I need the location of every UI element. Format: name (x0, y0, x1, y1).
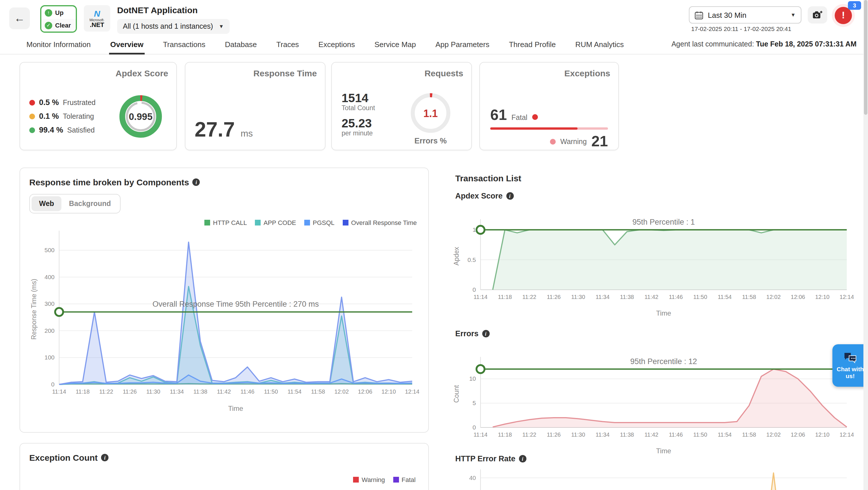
toggle-web[interactable]: Web (32, 196, 61, 211)
info-icon[interactable]: i (506, 192, 514, 200)
svg-text:0.5: 0.5 (468, 257, 476, 263)
exceptions-card-title: Exceptions (488, 68, 610, 78)
time-range-detail: 17-02-2025 20:11 - 17-02-2025 20:41 (691, 25, 792, 32)
svg-text:12:06: 12:06 (791, 431, 805, 438)
exception-count-legend: WarningFatal (29, 476, 415, 483)
svg-text:11:14: 11:14 (474, 294, 488, 300)
svg-text:11:22: 11:22 (99, 388, 113, 395)
agent-last-communicated: Agent last communicated: Tue Feb 18, 202… (671, 40, 857, 48)
tab-rum-analytics[interactable]: RUM Analytics (574, 35, 625, 54)
legend-item-http-call[interactable]: HTTP CALL (205, 219, 247, 226)
svg-text:11:30: 11:30 (571, 431, 585, 438)
response-time-unit: ms (241, 129, 253, 138)
camera-plus-icon (812, 10, 823, 20)
toggle-background[interactable]: Background (61, 196, 118, 211)
scrollbar-thumb[interactable] (864, 0, 867, 115)
svg-text:12:02: 12:02 (334, 388, 349, 395)
host-instance-dropdown-value: All (1 hosts and 1 instances) (123, 22, 213, 30)
svg-text:11:42: 11:42 (644, 431, 658, 438)
info-icon[interactable]: i (482, 330, 489, 337)
check-icon: ✓ (45, 22, 52, 29)
host-instance-dropdown[interactable]: All (1 hosts and 1 instances) ▼ (117, 19, 229, 34)
svg-text:Count: Count (453, 385, 460, 403)
tab-monitor-information[interactable]: Monitor Information (25, 35, 92, 54)
apdex-row-frustrated: 0.5 %Frustrated (29, 98, 96, 107)
chevron-down-icon: ▼ (219, 24, 224, 29)
chat-widget[interactable]: Chat withus! (832, 344, 868, 387)
legend-item-warning[interactable]: Warning (353, 476, 385, 483)
svg-text:11:46: 11:46 (669, 294, 683, 300)
warning-dot (550, 138, 556, 144)
svg-text:11:22: 11:22 (522, 294, 536, 300)
monitor-status-badge[interactable]: ↑ Up ✓ Clear (40, 5, 77, 33)
legend-item-fatal[interactable]: Fatal (393, 476, 415, 483)
info-icon[interactable]: i (101, 454, 108, 461)
info-icon[interactable]: i (193, 178, 200, 186)
legend-item-overall-response-time[interactable]: Overall Response Time (342, 219, 417, 226)
scrollbar[interactable] (863, 0, 868, 490)
svg-text:11:34: 11:34 (596, 431, 610, 438)
svg-text:11:26: 11:26 (123, 388, 137, 395)
svg-text:11:26: 11:26 (547, 294, 561, 300)
page: ← ↑ Up ✓ Clear N Microsoft· .NET DotNET … (0, 0, 868, 490)
svg-text:12:10: 12:10 (381, 388, 396, 395)
svg-text:11:26: 11:26 (547, 431, 561, 438)
svg-text:11:38: 11:38 (620, 294, 634, 300)
legend-swatch (393, 477, 399, 483)
svg-text:12:06: 12:06 (358, 388, 372, 395)
legend-item-pgsql[interactable]: PGSQL (304, 219, 335, 226)
legend-swatch (353, 477, 359, 483)
apdex-chart[interactable]: 00.5111:1411:1811:2211:2611:3011:3411:38… (452, 206, 854, 324)
requests-totals: 1514 Total Count 25.23 per minute (342, 91, 375, 136)
screenshot-button[interactable] (808, 6, 827, 24)
fatal-label: Fatal (512, 113, 528, 122)
tab-transactions[interactable]: Transactions (162, 35, 207, 54)
tab-database[interactable]: Database (224, 35, 258, 54)
errors-percent-value: 1.1 (423, 107, 438, 119)
up-arrow-icon: ↑ (45, 9, 52, 17)
tab-app-parameters[interactable]: App Parameters (434, 35, 491, 54)
agent-label: Agent last communicated: (671, 40, 754, 48)
status-up-label: Up (55, 9, 63, 16)
time-range-dropdown[interactable]: Last 30 Min ▼ (689, 6, 801, 24)
errors-chart[interactable]: 051011:1411:1811:2211:2611:3011:3411:381… (452, 344, 854, 461)
svg-text:40: 40 (469, 475, 476, 481)
svg-text:300: 300 (44, 300, 55, 307)
legend-swatch (304, 220, 310, 226)
tab-overview[interactable]: Overview (109, 35, 145, 54)
time-range-value: Last 30 Min (708, 11, 746, 19)
response-time-value: 27.7 ms (195, 118, 253, 142)
legend-swatch (342, 220, 348, 226)
back-button[interactable]: ← (9, 7, 30, 29)
svg-text:Overall Response Time 95th Per: Overall Response Time 95th Percentile : … (152, 300, 319, 308)
http-error-rate-chart[interactable]: 4011:1411:1811:2211:2611:3011:3411:3811:… (452, 469, 854, 490)
response-time-card-title: Response Time (193, 68, 317, 78)
svg-text:0: 0 (51, 381, 55, 388)
svg-text:100: 100 (44, 354, 55, 361)
info-icon[interactable]: i (519, 455, 526, 462)
svg-text:11:50: 11:50 (693, 431, 707, 438)
components-chart[interactable]: 010020030040050011:1411:1811:2211:2611:3… (29, 226, 419, 419)
transaction-list-title: Transaction List (455, 173, 521, 183)
tab-traces[interactable]: Traces (275, 35, 300, 54)
tab-thread-profile[interactable]: Thread Profile (508, 35, 557, 54)
tab-exceptions[interactable]: Exceptions (317, 35, 356, 54)
svg-text:11:14: 11:14 (474, 431, 488, 438)
svg-text:11:14: 11:14 (52, 388, 66, 395)
response-time-card: Response Time 27.7 ms (185, 62, 326, 150)
svg-text:11:54: 11:54 (288, 388, 302, 395)
legend-item-app-code[interactable]: APP CODE (255, 219, 296, 226)
apdex-breakdown: 0.5 %Frustrated0.1 %Tolerating99.4 %Sati… (29, 98, 96, 134)
requests-card-title: Requests (340, 68, 463, 78)
web-background-toggle: WebBackground (29, 194, 121, 214)
svg-text:Time: Time (228, 404, 243, 412)
tab-service-map[interactable]: Service Map (373, 35, 417, 54)
svg-text:11:30: 11:30 (571, 294, 585, 300)
exception-count-panel: Exception Count i WarningFatal (20, 443, 429, 490)
legend-swatch (255, 220, 260, 226)
status-clear-label: Clear (55, 22, 71, 29)
components-panel-title: Response time broken by Components i (29, 177, 419, 187)
apdex-chart-title: Apdex Score i (455, 192, 514, 200)
svg-text:12:02: 12:02 (766, 294, 781, 300)
svg-text:11:18: 11:18 (498, 431, 512, 438)
